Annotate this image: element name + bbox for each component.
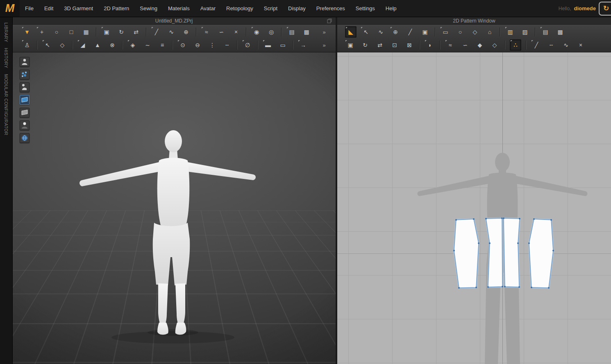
show-points-icon[interactable]: ∴ [510,39,521,51]
pattern-vertex[interactable] [528,242,530,244]
fold-arrangement-icon[interactable]: ◢ [77,40,88,50]
app-logo[interactable]: M [0,0,20,17]
2d-window-titlebar[interactable]: 2D Pattern Window [337,17,611,25]
segment-sew-2d-icon[interactable]: ≈ [445,40,456,50]
username[interactable]: diomede [574,5,596,11]
move-pattern-icon[interactable]: ▣ [101,27,112,37]
unfold-2d-icon[interactable]: ⊠ [404,40,415,50]
pattern-vertex[interactable] [531,287,532,288]
menu-help[interactable]: Help [380,0,402,17]
grading-icon[interactable]: ▨ [520,27,530,37]
garment-fit-icon[interactable] [20,108,30,118]
rectangle-icon[interactable]: ▭ [440,27,451,37]
measure-icon[interactable]: ∅ [242,40,253,50]
pattern-vertex[interactable] [550,219,552,221]
pattern-vertex[interactable] [453,250,455,251]
pattern-vertex[interactable] [517,242,519,244]
pattern-vertex[interactable] [501,217,503,219]
zipper-icon[interactable]: ⋮ [207,40,218,50]
flip-2d-icon[interactable]: ⇄ [375,40,385,50]
segment-sewing-icon[interactable]: ≈ [201,27,212,37]
menu-script[interactable]: Script [259,0,283,17]
avatar-skin-icon[interactable] [20,120,30,130]
add-point-icon[interactable]: ⊕ [390,27,401,37]
show-avatar-icon[interactable] [20,57,30,67]
free-sew-2d-icon[interactable]: ∽ [460,40,470,50]
dart-icon[interactable]: ◇ [470,27,480,37]
pattern-piece-3[interactable] [504,218,520,287]
menu-2d-pattern[interactable]: 2D Pattern [98,0,134,17]
quadview-icon[interactable]: ▩ [301,27,312,37]
pattern-vertex[interactable] [478,242,479,244]
pattern-vertex[interactable] [455,219,457,221]
rail-tab-history[interactable]: HISTORY [4,48,9,68]
pattern-vertex[interactable] [489,242,491,244]
trace-icon[interactable]: ▣ [420,27,430,37]
tack-icon[interactable]: ◈ [127,40,138,50]
lasso-select-icon[interactable]: ○ [51,27,62,37]
menu-settings[interactable]: Settings [350,0,380,17]
grid-2d-icon[interactable]: ▤ [540,27,551,37]
basting-icon[interactable]: ╌ [546,40,556,50]
buttonhole-icon[interactable]: ⊖ [192,40,203,50]
pen-2d-icon[interactable]: ╱ [405,27,416,37]
pattern-vertex[interactable] [503,217,504,219]
multi-sew-icon[interactable]: ◆ [475,40,485,50]
select-move-icon[interactable]: + [36,27,47,37]
rail-tab-library[interactable]: LIBRARY [4,23,9,42]
menu-materials[interactable]: Materials [163,0,195,17]
shirring-icon[interactable]: × [575,40,586,50]
simulate-icon[interactable]: ▼ [22,27,32,37]
pen-3d-icon[interactable]: ╱ [151,27,162,37]
float-window-icon[interactable] [327,18,332,23]
edit-curve-3d-icon[interactable]: ∿ [166,27,177,37]
pattern-vertex[interactable] [485,218,487,219]
menu-display[interactable]: Display [283,0,311,17]
iron-icon[interactable]: ◗ [425,40,435,50]
steam-icon[interactable]: ≡ [157,40,168,50]
bounding-volume-icon[interactable]: ◇ [57,40,68,50]
pattern-piece-1[interactable] [454,219,479,288]
pin-box-icon[interactable]: ◎ [266,27,277,37]
free-sewing-icon[interactable]: ∽ [216,27,227,37]
toolbar-overflow-icon[interactable]: » [319,27,331,37]
pattern-piece-4[interactable] [529,219,553,288]
button-icon[interactable]: ⊙ [177,40,188,50]
pattern-vertex[interactable] [548,287,550,289]
edit-sewing-icon[interactable]: × [231,27,241,37]
menu-sewing[interactable]: Sewing [134,0,163,17]
flatten-icon[interactable]: ▬ [263,40,273,50]
menu-file[interactable]: File [20,0,39,17]
topstitch-icon[interactable]: ╌ [222,40,232,50]
snap-grid-icon[interactable]: ▩ [555,27,566,37]
2d-pattern-viewport[interactable] [337,52,611,364]
menu-edit[interactable]: Edit [39,0,59,17]
menu-preferences[interactable]: Preferences [311,0,350,17]
3d-viewport[interactable] [12,52,336,364]
edit-pattern-icon[interactable]: ↖ [361,27,371,37]
move-pattern-2d-icon[interactable]: ▣ [345,40,356,50]
elastic-icon[interactable]: ∿ [561,40,571,50]
pattern-vertex[interactable] [473,218,475,220]
pattern-vertex[interactable] [519,218,520,219]
transform-pattern-icon[interactable]: ◣ [345,26,357,38]
copy-2d-icon[interactable]: ⊡ [389,40,400,50]
avatar-display-icon[interactable]: ♙ [22,40,32,50]
box-select-icon[interactable]: □ [66,27,77,37]
pin-icon[interactable]: ◉ [251,27,262,37]
scale-pattern-icon[interactable]: ⇄ [131,27,141,37]
notch-icon[interactable]: ▥ [505,27,516,37]
menu-3d-garment[interactable]: 3D Garment [59,0,98,17]
sync-icon[interactable]: ↻ [599,2,611,16]
circle-icon[interactable]: ○ [455,27,466,37]
pattern-vertex[interactable] [475,287,477,288]
menu-retopology[interactable]: Retopology [221,0,259,17]
3d-window-titlebar[interactable]: Untitled_MD.ZPrj [12,17,336,25]
rotate-2d-icon[interactable]: ↻ [360,40,370,50]
arrangement-point-icon[interactable]: ↖ [42,40,53,50]
pattern-vertex[interactable] [502,286,503,287]
add-point-3d-icon[interactable]: ⊕ [181,27,191,37]
flip-normal-icon[interactable]: ▲ [92,40,103,50]
pattern-vertex[interactable] [504,286,506,287]
mesh-select-icon[interactable]: ▦ [81,27,91,37]
